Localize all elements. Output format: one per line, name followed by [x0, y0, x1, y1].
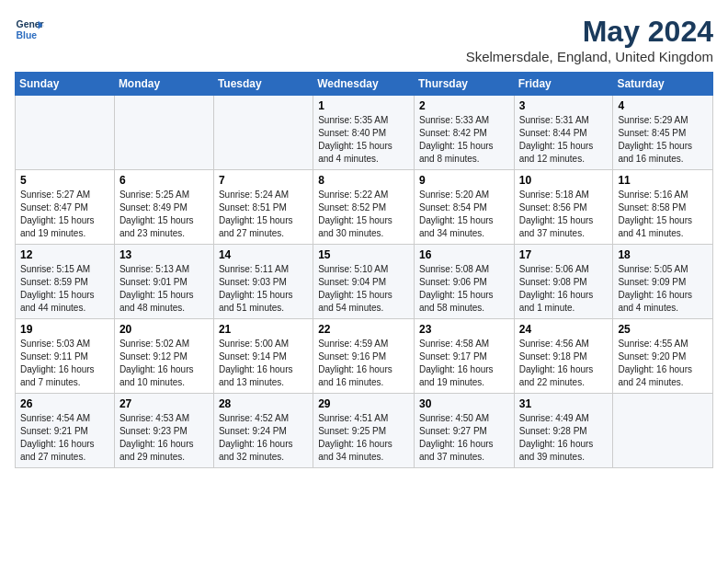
calendar-cell: [114, 96, 213, 170]
day-info: Sunrise: 5:03 AMSunset: 9:11 PMDaylight:…: [20, 338, 109, 389]
calendar-cell: 7Sunrise: 5:24 AMSunset: 8:51 PMDaylight…: [213, 170, 313, 245]
day-number: 19: [20, 323, 109, 336]
header-day-tuesday: Tuesday: [213, 73, 313, 96]
day-info: Sunrise: 5:20 AMSunset: 8:54 PMDaylight:…: [419, 189, 509, 240]
calendar-cell: 22Sunrise: 4:59 AMSunset: 9:16 PMDayligh…: [313, 319, 415, 394]
day-info: Sunrise: 4:54 AMSunset: 9:21 PMDaylight:…: [20, 412, 109, 464]
day-info: Sunrise: 5:25 AMSunset: 8:49 PMDaylight:…: [119, 189, 209, 240]
day-info: Sunrise: 5:18 AMSunset: 8:56 PMDaylight:…: [519, 189, 609, 240]
calendar-cell: 10Sunrise: 5:18 AMSunset: 8:56 PMDayligh…: [514, 170, 613, 245]
calendar-cell: 13Sunrise: 5:13 AMSunset: 9:01 PMDayligh…: [114, 245, 213, 319]
calendar-cell: 4Sunrise: 5:29 AMSunset: 8:45 PMDaylight…: [613, 96, 713, 170]
day-number: 27: [119, 397, 209, 410]
day-number: 14: [219, 248, 308, 261]
day-info: Sunrise: 5:10 AMSunset: 9:04 PMDaylight:…: [318, 263, 409, 315]
day-number: 12: [20, 248, 109, 261]
logo: General Blue: [15, 15, 44, 44]
calendar-cell: 11Sunrise: 5:16 AMSunset: 8:58 PMDayligh…: [613, 170, 713, 245]
calendar-cell: 20Sunrise: 5:02 AMSunset: 9:12 PMDayligh…: [114, 319, 213, 394]
calendar-table: SundayMondayTuesdayWednesdayThursdayFrid…: [15, 72, 713, 468]
day-number: 30: [419, 397, 509, 410]
calendar-cell: 26Sunrise: 4:54 AMSunset: 9:21 PMDayligh…: [16, 394, 115, 468]
calendar-week-4: 19Sunrise: 5:03 AMSunset: 9:11 PMDayligh…: [16, 319, 713, 394]
calendar-cell: 12Sunrise: 5:15 AMSunset: 8:59 PMDayligh…: [16, 245, 115, 319]
day-info: Sunrise: 4:56 AMSunset: 9:18 PMDaylight:…: [519, 338, 609, 389]
day-info: Sunrise: 5:35 AMSunset: 8:40 PMDaylight:…: [318, 114, 409, 166]
calendar-cell: 8Sunrise: 5:22 AMSunset: 8:52 PMDaylight…: [313, 170, 415, 245]
title-area: May 2024 Skelmersdale, England, United K…: [466, 15, 713, 64]
day-number: 24: [519, 323, 609, 336]
day-number: 13: [119, 248, 209, 261]
day-info: Sunrise: 4:51 AMSunset: 9:25 PMDaylight:…: [318, 412, 409, 464]
header-row: SundayMondayTuesdayWednesdayThursdayFrid…: [16, 73, 713, 96]
calendar-cell: [613, 394, 713, 468]
day-number: 20: [119, 323, 209, 336]
day-number: 7: [219, 174, 308, 187]
calendar-cell: 24Sunrise: 4:56 AMSunset: 9:18 PMDayligh…: [514, 319, 613, 394]
calendar-cell: 6Sunrise: 5:25 AMSunset: 8:49 PMDaylight…: [114, 170, 213, 245]
day-number: 5: [20, 174, 109, 187]
day-info: Sunrise: 5:02 AMSunset: 9:12 PMDaylight:…: [119, 338, 209, 389]
header-day-sunday: Sunday: [16, 73, 115, 96]
calendar-cell: 9Sunrise: 5:20 AMSunset: 8:54 PMDaylight…: [414, 170, 514, 245]
day-number: 11: [618, 174, 708, 187]
day-number: 26: [20, 397, 109, 410]
page-header: General Blue May 2024 Skelmersdale, Engl…: [15, 15, 713, 64]
calendar-cell: 1Sunrise: 5:35 AMSunset: 8:40 PMDaylight…: [313, 96, 415, 170]
day-number: 22: [318, 323, 409, 336]
header-day-monday: Monday: [114, 73, 213, 96]
day-number: 16: [419, 248, 509, 261]
header-day-wednesday: Wednesday: [313, 73, 415, 96]
day-info: Sunrise: 5:05 AMSunset: 9:09 PMDaylight:…: [618, 263, 708, 315]
header-day-saturday: Saturday: [613, 73, 713, 96]
day-info: Sunrise: 4:53 AMSunset: 9:23 PMDaylight:…: [119, 412, 209, 464]
header-day-friday: Friday: [514, 73, 613, 96]
calendar-week-2: 5Sunrise: 5:27 AMSunset: 8:47 PMDaylight…: [16, 170, 713, 245]
calendar-cell: 21Sunrise: 5:00 AMSunset: 9:14 PMDayligh…: [213, 319, 313, 394]
calendar-cell: 19Sunrise: 5:03 AMSunset: 9:11 PMDayligh…: [16, 319, 115, 394]
day-number: 8: [318, 174, 409, 187]
calendar-week-1: 1Sunrise: 5:35 AMSunset: 8:40 PMDaylight…: [16, 96, 713, 170]
day-info: Sunrise: 5:00 AMSunset: 9:14 PMDaylight:…: [219, 338, 308, 389]
day-number: 9: [419, 174, 509, 187]
day-number: 28: [219, 397, 308, 410]
day-number: 31: [519, 397, 609, 410]
calendar-cell: 17Sunrise: 5:06 AMSunset: 9:08 PMDayligh…: [514, 245, 613, 319]
month-year-title: May 2024: [466, 15, 713, 49]
calendar-cell: 18Sunrise: 5:05 AMSunset: 9:09 PMDayligh…: [613, 245, 713, 319]
calendar-week-3: 12Sunrise: 5:15 AMSunset: 8:59 PMDayligh…: [16, 245, 713, 319]
day-number: 1: [318, 99, 409, 112]
day-number: 6: [119, 174, 209, 187]
day-info: Sunrise: 4:50 AMSunset: 9:27 PMDaylight:…: [419, 412, 509, 464]
day-info: Sunrise: 5:24 AMSunset: 8:51 PMDaylight:…: [219, 189, 308, 240]
calendar-cell: 14Sunrise: 5:11 AMSunset: 9:03 PMDayligh…: [213, 245, 313, 319]
calendar-cell: 25Sunrise: 4:55 AMSunset: 9:20 PMDayligh…: [613, 319, 713, 394]
day-info: Sunrise: 5:16 AMSunset: 8:58 PMDaylight:…: [618, 189, 708, 240]
calendar-body: 1Sunrise: 5:35 AMSunset: 8:40 PMDaylight…: [16, 96, 713, 468]
day-info: Sunrise: 4:55 AMSunset: 9:20 PMDaylight:…: [618, 338, 708, 389]
calendar-cell: 15Sunrise: 5:10 AMSunset: 9:04 PMDayligh…: [313, 245, 415, 319]
header-day-thursday: Thursday: [414, 73, 514, 96]
location-subtitle: Skelmersdale, England, United Kingdom: [466, 49, 713, 64]
day-number: 4: [618, 99, 708, 112]
calendar-cell: 3Sunrise: 5:31 AMSunset: 8:44 PMDaylight…: [514, 96, 613, 170]
day-info: Sunrise: 5:15 AMSunset: 8:59 PMDaylight:…: [20, 263, 109, 315]
calendar-cell: 28Sunrise: 4:52 AMSunset: 9:24 PMDayligh…: [213, 394, 313, 468]
day-info: Sunrise: 4:52 AMSunset: 9:24 PMDaylight:…: [219, 412, 308, 464]
day-info: Sunrise: 4:49 AMSunset: 9:28 PMDaylight:…: [519, 412, 609, 464]
day-number: 25: [618, 323, 708, 336]
calendar-cell: [213, 96, 313, 170]
svg-text:Blue: Blue: [17, 30, 38, 40]
logo-icon: General Blue: [15, 15, 44, 44]
calendar-cell: 30Sunrise: 4:50 AMSunset: 9:27 PMDayligh…: [414, 394, 514, 468]
day-number: 10: [519, 174, 609, 187]
day-number: 21: [219, 323, 308, 336]
calendar-header: SundayMondayTuesdayWednesdayThursdayFrid…: [16, 73, 713, 96]
day-info: Sunrise: 5:08 AMSunset: 9:06 PMDaylight:…: [419, 263, 509, 315]
calendar-cell: [16, 96, 115, 170]
calendar-cell: 2Sunrise: 5:33 AMSunset: 8:42 PMDaylight…: [414, 96, 514, 170]
day-number: 15: [318, 248, 409, 261]
day-info: Sunrise: 5:31 AMSunset: 8:44 PMDaylight:…: [519, 114, 609, 166]
day-info: Sunrise: 5:22 AMSunset: 8:52 PMDaylight:…: [318, 189, 409, 240]
calendar-week-5: 26Sunrise: 4:54 AMSunset: 9:21 PMDayligh…: [16, 394, 713, 468]
